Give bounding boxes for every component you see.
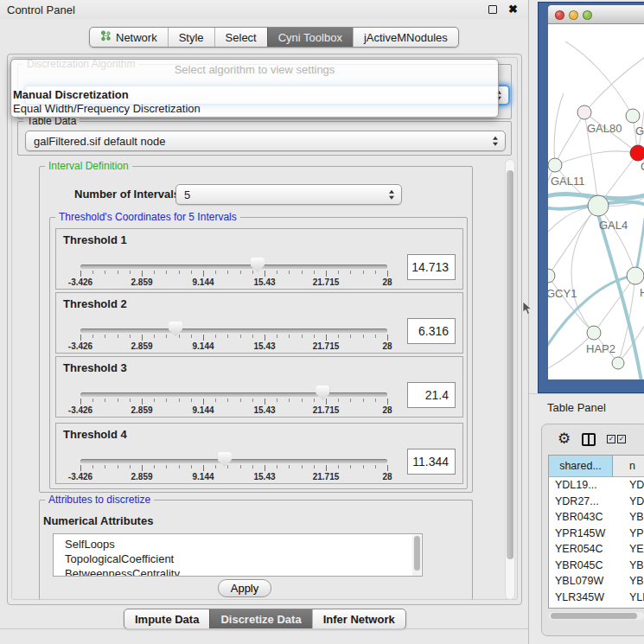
network-node-HAP2[interactable] — [587, 326, 601, 340]
popup-item-manual-discretization[interactable]: Manual Discretization — [13, 88, 129, 101]
tab-label: Impute Data — [135, 613, 199, 626]
threshold-value-field[interactable]: 14.713 — [407, 254, 456, 280]
table-horizontal-scrollbar[interactable] — [549, 612, 644, 620]
attribute-item[interactable]: SelfLoops — [54, 537, 422, 552]
threshold-value-field[interactable]: 6.316 — [407, 318, 456, 344]
table-panel-title: Table Panel — [547, 401, 606, 414]
tick-mark — [252, 335, 253, 338]
slider-track[interactable] — [80, 328, 387, 333]
tick-mark — [92, 465, 93, 469]
table-row[interactable]: YPR145WYPR1 — [549, 526, 644, 542]
columns-icon[interactable] — [582, 433, 596, 446]
number-of-intervals-label: Number of Intervals — [74, 188, 180, 201]
tick-mark — [118, 399, 118, 402]
table-data-combo[interactable]: galFiltered.sif default node — [25, 131, 506, 151]
slider-scale: -3.4262.8599.14415.4321.71528 — [80, 271, 387, 288]
tick-mark — [363, 465, 364, 469]
table-row[interactable]: YLR345WYLR3 — [549, 590, 644, 606]
tick-mark — [302, 335, 303, 338]
attribute-item[interactable]: BetweennessCentrality — [54, 566, 422, 577]
threshold-label: Threshold 2 — [63, 297, 127, 310]
network-node-unlabeled[interactable] — [612, 357, 624, 369]
table-cell: YBR0 — [613, 509, 644, 526]
table-cell: YBL079W — [549, 573, 613, 590]
slider-track[interactable] — [80, 459, 387, 463]
tab-network[interactable]: Network — [90, 28, 168, 47]
table-row[interactable]: YIL052CYIL0 — [549, 605, 644, 609]
network-node-GAL80[interactable] — [577, 105, 591, 119]
threshold-value-field[interactable]: 21.4 — [407, 382, 456, 408]
tick-mark — [387, 399, 388, 405]
network-node-C[interactable] — [630, 145, 644, 161]
table-row[interactable]: YBR045CYBR0 — [549, 558, 644, 574]
minimize-traffic-light[interactable] — [569, 10, 578, 20]
column-header-name[interactable]: n — [613, 456, 644, 476]
table-row[interactable]: YER054CYER0 — [549, 541, 644, 558]
tab-infer-network[interactable]: Infer Network — [312, 609, 405, 628]
table-cell: YER0 — [613, 541, 644, 558]
tick-mark — [179, 465, 180, 469]
tick-mark — [338, 271, 339, 274]
tab-style[interactable]: Style — [168, 28, 214, 47]
slider-track[interactable] — [80, 265, 387, 269]
network-canvas[interactable]: GAL80GCGAL11GAL4GCY1HHAP2 — [548, 24, 644, 379]
network-view-window[interactable]: GAL80GCGAL11GAL4GCY1HHAP2 — [538, 2, 644, 393]
mouse-cursor — [522, 301, 532, 320]
network-node-G[interactable] — [626, 109, 640, 123]
threshold-slider[interactable]: -3.4262.8599.14415.4321.71528 — [80, 379, 387, 416]
tab-cyni-toolbox[interactable]: Cyni Toolbox — [267, 28, 353, 47]
table-row[interactable]: YDR27...YDR2 — [549, 494, 644, 510]
threshold-row-2: Threshold 2 -3.4262.8599.14415.4321.7152… — [55, 292, 463, 354]
node-label: GAL4 — [599, 219, 628, 232]
attributes-list[interactable]: SelfLoopsTopologicalCoefficientBetweenne… — [53, 533, 423, 577]
tab-impute-data[interactable]: Impute Data — [124, 609, 209, 628]
network-node-GAL4[interactable] — [588, 195, 609, 216]
tab-jactivemnodules[interactable]: jActiveMNodules — [353, 28, 458, 47]
table-cell: YDR27... — [549, 494, 613, 510]
tick-mark — [166, 465, 167, 469]
attributes-list-scrollbar[interactable] — [412, 535, 421, 577]
tick-label: 21.715 — [313, 277, 340, 287]
tick-label: -3.426 — [68, 277, 92, 287]
tab-discretize-data[interactable]: Discretize Data — [209, 609, 311, 628]
threshold-slider[interactable]: -3.4262.8599.14415.4321.71528 — [80, 252, 387, 288]
checkbox-icon[interactable]: ✓ — [607, 435, 615, 443]
gear-icon[interactable]: ⚙ — [558, 431, 571, 446]
number-of-intervals-combo[interactable]: 5 — [175, 184, 402, 205]
checkbox-icon[interactable]: ✓ — [617, 435, 626, 443]
zoom-traffic-light[interactable] — [583, 10, 592, 20]
table-row[interactable]: YBR043CYBR0 — [549, 509, 644, 526]
tick-label: 15.43 — [253, 472, 275, 481]
table-row[interactable]: YBL079WYBL0 — [549, 573, 644, 590]
threshold-slider[interactable]: -3.4262.8599.14415.4321.71528 — [80, 446, 387, 482]
network-node-H[interactable] — [627, 267, 644, 284]
node-table: shared... n YDL19...YDL1YDR27...YDR2YBR0… — [548, 455, 644, 609]
table-row[interactable]: YDL19...YDL1 — [549, 477, 644, 494]
popup-item-equal-width-frequency[interactable]: Equal Width/Frequency Discretization — [13, 102, 201, 115]
tick-mark — [350, 399, 351, 402]
column-header-shared[interactable]: shared... — [549, 456, 613, 476]
panel-vertical-scrollbar[interactable] — [505, 159, 515, 600]
threshold-slider[interactable]: -3.4262.8599.14415.4321.71528 — [80, 316, 387, 352]
close-traffic-light[interactable] — [555, 10, 564, 20]
apply-button[interactable]: Apply — [218, 579, 271, 597]
network-node-GCY1[interactable] — [548, 269, 555, 283]
slider-track[interactable] — [80, 392, 387, 397]
control-panel-window: Control Panel ✖ Network Style Select — [0, 0, 529, 644]
attribute-item[interactable]: TopologicalCoefficient — [54, 552, 422, 566]
close-icon[interactable]: ✖ — [508, 3, 518, 16]
node-label: C — [641, 160, 644, 173]
tick-mark — [350, 335, 351, 338]
network-window-titlebar[interactable] — [548, 5, 644, 24]
algorithm-dropdown-popup: Select algorithm to view settings Manual… — [10, 59, 499, 118]
tick-mark — [375, 335, 376, 338]
threshold-value-field[interactable]: 11.344 — [407, 449, 456, 475]
float-window-icon[interactable] — [488, 5, 497, 14]
network-node-GAL11[interactable] — [548, 158, 562, 172]
screen: Control Panel ✖ Network Style Select — [0, 0, 644, 644]
tab-select[interactable]: Select — [214, 28, 267, 47]
tick-mark — [363, 399, 364, 402]
tick-mark — [166, 335, 167, 338]
interval-definition-group: Interval Definition Number of Intervals … — [39, 166, 473, 493]
number-of-intervals-value: 5 — [184, 188, 190, 201]
